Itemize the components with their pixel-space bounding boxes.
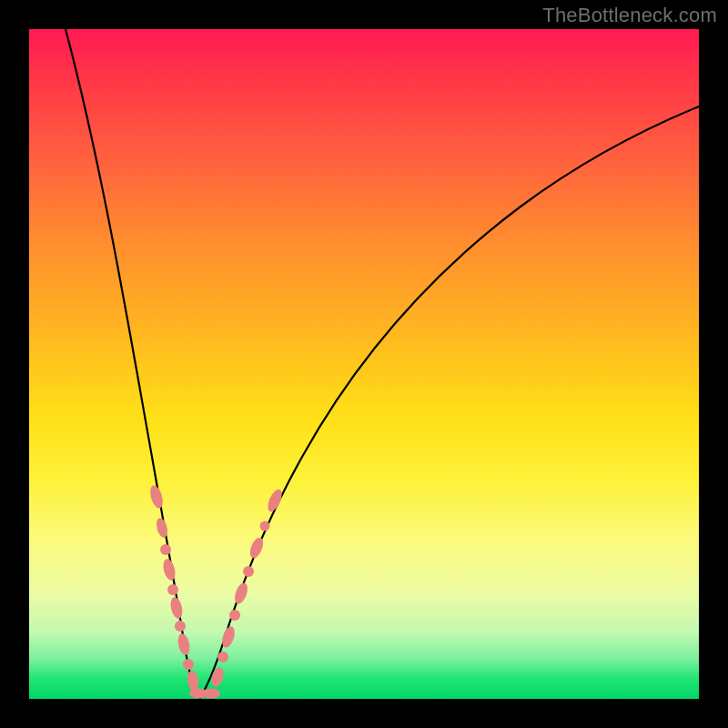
svg-point-17 [243,566,254,577]
svg-point-9 [186,670,200,692]
svg-point-6 [175,621,186,632]
svg-point-2 [160,544,171,555]
svg-point-4 [167,584,178,595]
curve-right-branch [200,106,699,698]
svg-point-8 [183,659,194,670]
chart-frame: TheBottleneck.com [0,0,728,728]
svg-point-3 [161,558,177,581]
highlight-markers-left [148,484,200,692]
highlight-markers-bottom [189,689,220,699]
plot-area [29,29,699,699]
svg-point-18 [248,536,266,561]
svg-point-20 [265,488,285,514]
svg-point-0 [148,484,166,510]
svg-point-19 [260,521,270,531]
svg-point-11 [202,689,220,699]
curve-left-branch [66,29,200,698]
chart-svg [29,29,699,699]
watermark-text: TheBottleneck.com [542,4,717,27]
svg-point-13 [217,652,228,662]
highlight-markers-right [209,488,285,689]
svg-point-12 [209,666,226,688]
svg-point-5 [168,596,184,620]
svg-point-7 [177,632,192,656]
svg-point-16 [232,581,249,606]
svg-point-15 [229,610,240,621]
svg-point-1 [155,517,169,539]
